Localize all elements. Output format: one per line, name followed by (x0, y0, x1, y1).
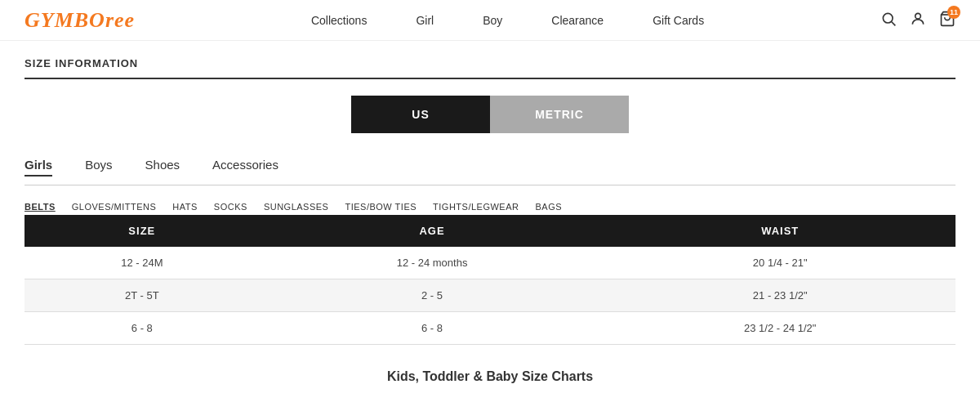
table-row: 6 - 86 - 823 1/2 - 24 1/2" (24, 312, 956, 345)
svg-point-0 (883, 13, 893, 23)
subtab-belts[interactable]: BELTS (24, 199, 56, 215)
cell-age: 6 - 8 (260, 312, 605, 345)
header: GYMBOree Collections Girl Boy Clearance … (0, 0, 980, 41)
unit-toggle: US METRIC (24, 96, 956, 133)
nav-girl[interactable]: Girl (416, 14, 434, 27)
nav-boy[interactable]: Boy (483, 14, 502, 27)
table-header-row: SIZE AGE WAIST (24, 215, 956, 247)
account-icon[interactable] (910, 11, 926, 29)
table-row: 12 - 24M12 - 24 months20 1/4 - 21" (24, 247, 956, 279)
tab-shoes[interactable]: Shoes (145, 158, 180, 176)
search-icon[interactable] (880, 11, 897, 29)
cell-size: 2T - 5T (24, 279, 260, 312)
size-table: SIZE AGE WAIST 12 - 24M12 - 24 months20 … (24, 215, 956, 345)
cell-waist: 20 1/4 - 21" (604, 247, 956, 279)
tab-accessories[interactable]: Accessories (212, 158, 278, 176)
section-title: SIZE INFORMATION (24, 57, 956, 79)
main-nav: Collections Girl Boy Clearance Gift Card… (311, 14, 704, 27)
cell-age: 2 - 5 (260, 279, 605, 312)
subtab-sunglasses[interactable]: SUNGLASSES (264, 199, 329, 215)
logo[interactable]: GYMBOree (24, 8, 135, 33)
sub-tabs: BELTS GLOVES/MITTENS HATS SOCKS SUNGLASS… (24, 199, 956, 215)
col-header-waist: WAIST (604, 215, 956, 247)
cell-size: 12 - 24M (24, 247, 260, 279)
toggle-us[interactable]: US (351, 96, 490, 133)
subtab-gloves[interactable]: GLOVES/MITTENS (72, 199, 157, 215)
footer-title: Kids, Toddler & Baby Size Charts (24, 369, 956, 384)
tab-girls[interactable]: Girls (24, 158, 52, 176)
tab-boys[interactable]: Boys (85, 158, 112, 176)
nav-clearance[interactable]: Clearance (551, 14, 604, 27)
cell-size: 6 - 8 (24, 312, 260, 345)
subtab-hats[interactable]: HATS (172, 199, 198, 215)
svg-point-2 (915, 13, 921, 19)
category-tabs: Girls Boys Shoes Accessories (24, 158, 956, 185)
toggle-metric[interactable]: METRIC (490, 96, 629, 133)
cart-badge: 11 (947, 6, 960, 19)
svg-line-1 (892, 22, 896, 26)
cell-waist: 21 - 23 1/2" (604, 279, 956, 312)
main-content: SIZE INFORMATION US METRIC Girls Boys Sh… (0, 41, 980, 400)
subtab-tights[interactable]: TIGHTS/LEGWEAR (433, 199, 519, 215)
cart-icon-wrapper[interactable]: 11 (939, 11, 956, 29)
cell-waist: 23 1/2 - 24 1/2" (604, 312, 956, 345)
subtab-socks[interactable]: SOCKS (214, 199, 247, 215)
nav-collections[interactable]: Collections (311, 14, 367, 27)
col-header-age: AGE (260, 215, 605, 247)
nav-gift-cards[interactable]: Gift Cards (653, 14, 704, 27)
table-row: 2T - 5T2 - 521 - 23 1/2" (24, 279, 956, 312)
cell-age: 12 - 24 months (260, 247, 605, 279)
header-icons: 11 (880, 11, 956, 29)
col-header-size: SIZE (24, 215, 260, 247)
subtab-bags[interactable]: BAGS (535, 199, 562, 215)
subtab-ties[interactable]: TIES/BOW TIES (345, 199, 416, 215)
